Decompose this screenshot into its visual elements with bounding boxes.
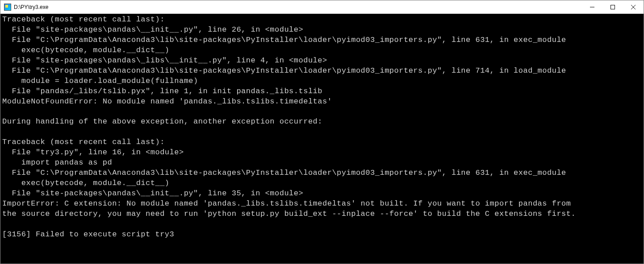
app-icon	[4, 4, 11, 11]
maximize-button[interactable]	[602, 0, 623, 13]
minimize-button[interactable]	[582, 0, 602, 13]
close-button[interactable]	[623, 0, 644, 13]
window-controls	[582, 0, 644, 13]
svg-rect-1	[611, 5, 615, 9]
console-window: D:\PY\try3.exe Traceback (most recent ca…	[0, 0, 644, 264]
terminal-output[interactable]: Traceback (most recent call last): File …	[0, 14, 644, 264]
window-title: D:\PY\try3.exe	[14, 4, 582, 10]
titlebar[interactable]: D:\PY\try3.exe	[0, 0, 644, 14]
